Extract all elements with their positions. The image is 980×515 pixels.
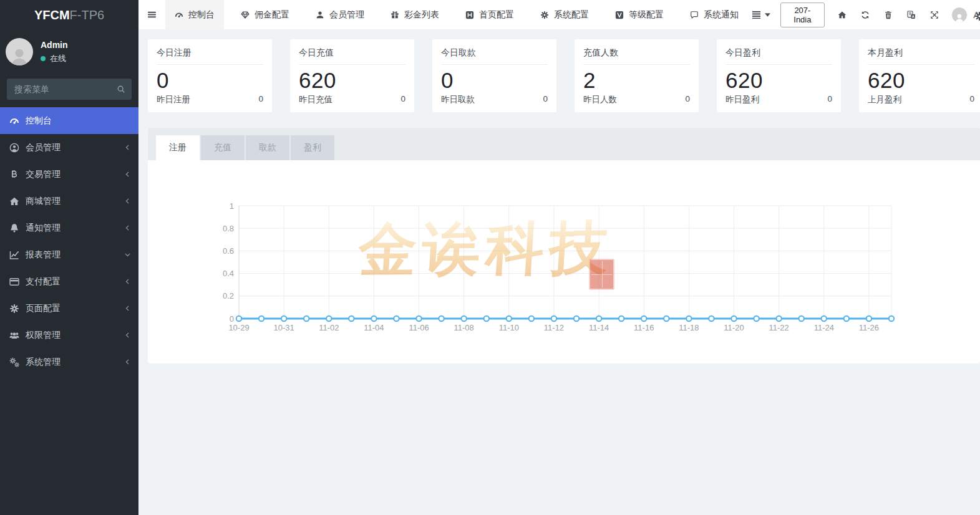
svg-text:0.8: 0.8 — [223, 224, 234, 233]
svg-text:11-22: 11-22 — [769, 323, 789, 332]
nav-item-system-notice[interactable]: 系统通知 — [681, 0, 748, 29]
stat-sub-value: 0 — [685, 94, 690, 105]
stat-sub-label: 昨日人数 — [583, 94, 617, 105]
stat-card-today-deposit: 今日充值 620 昨日充值0 — [290, 39, 414, 112]
svg-text:11-08: 11-08 — [454, 323, 474, 332]
trash-icon — [884, 11, 893, 19]
user-icon — [316, 11, 324, 19]
sidebar-item-transactions[interactable]: 交易管理 — [0, 161, 138, 188]
sidebar-search — [7, 79, 132, 100]
svg-text:0.2: 0.2 — [223, 291, 234, 301]
stat-value: 2 — [575, 65, 699, 93]
chevron-left-icon — [124, 358, 132, 366]
sidebar-item-permissions[interactable]: 权限管理 — [0, 322, 138, 349]
nav-item-bonus-list[interactable]: 彩金列表 — [381, 0, 449, 29]
svg-text:11-06: 11-06 — [409, 323, 429, 332]
h-square-icon — [465, 11, 474, 19]
sidebar-item-reports[interactable]: 报表管理 — [0, 241, 138, 268]
stat-card-today-register: 今日注册 0 昨日注册0 — [148, 39, 272, 112]
nav-item-label: 会员管理 — [329, 9, 364, 21]
credit-card-icon — [9, 277, 19, 287]
home-button[interactable] — [831, 11, 854, 19]
brand-logo-bold: YFCM — [34, 8, 70, 22]
refresh-button[interactable] — [854, 11, 877, 19]
nav-item-label: 彩金列表 — [404, 9, 439, 21]
stat-title: 充值人数 — [575, 39, 699, 64]
sidebar-item-notifications[interactable]: 通知管理 — [0, 214, 138, 241]
main-content: 今日注册 0 昨日注册0 今日充值 620 昨日充值0 今日取款 0 昨日取款0… — [138, 29, 980, 515]
caret-down-icon — [765, 13, 770, 17]
gears-icon — [9, 357, 19, 367]
stat-sub-value: 0 — [400, 94, 405, 105]
tachometer-icon — [175, 11, 183, 19]
sidebar-item-page-config[interactable]: 页面配置 — [0, 295, 138, 322]
hamburger-icon — [147, 10, 157, 19]
sidebar-item-label: 控制台 — [26, 115, 52, 127]
sidebar-item-payment-config[interactable]: 支付配置 — [0, 268, 138, 295]
sidebar-user-name: Admin — [41, 40, 68, 50]
search-input[interactable] — [7, 79, 132, 100]
sidebar-item-members[interactable]: 会员管理 — [0, 134, 138, 161]
skin-settings-button[interactable] — [974, 10, 980, 21]
sidebar: YFCMF-TP6 Admin 在线 控制台 会员管理 交易管理 商城管理 通知… — [0, 0, 138, 515]
nav-item-dashboard[interactable]: 控制台 — [165, 0, 224, 29]
users-icon — [9, 330, 19, 340]
refresh-icon — [861, 11, 870, 19]
nav-item-members[interactable]: 会员管理 — [306, 0, 374, 29]
sidebar-toggle-button[interactable] — [138, 0, 165, 29]
tachometer-icon — [9, 116, 19, 126]
gear-icon — [540, 11, 549, 19]
stat-card-deposit-users: 充值人数 2 昨日人数0 — [575, 39, 699, 112]
sidebar-item-mall[interactable]: 商城管理 — [0, 188, 138, 214]
home-icon — [9, 196, 19, 206]
chart-line-icon — [9, 250, 19, 260]
chart-card: 注册 充值 取款 盈利 00.20.40.60.8110-2910-3111-0… — [148, 128, 980, 363]
svg-text:0.4: 0.4 — [223, 269, 234, 278]
nav-item-label: 首页配置 — [479, 9, 514, 21]
chevron-left-icon — [124, 170, 132, 178]
stat-sub-value: 0 — [969, 94, 974, 105]
sidebar-item-label: 权限管理 — [26, 330, 61, 341]
brand-logo: YFCMF-TP6 — [0, 0, 138, 30]
stat-value: 620 — [717, 65, 841, 93]
stat-title: 今日注册 — [148, 39, 272, 64]
sidebar-item-label: 通知管理 — [26, 223, 61, 234]
stat-sub-value: 0 — [543, 94, 548, 105]
svg-text:11-20: 11-20 — [724, 323, 744, 332]
bell-icon — [9, 223, 19, 233]
svg-text:11-18: 11-18 — [679, 323, 699, 332]
nav-item-system-config[interactable]: 系统配置 — [531, 0, 598, 29]
translate-icon — [907, 11, 916, 19]
stat-sub-label: 上月盈利 — [868, 94, 901, 105]
avatar — [6, 38, 33, 65]
stat-value: 0 — [432, 65, 556, 93]
sidebar-item-dashboard[interactable]: 控制台 — [0, 107, 138, 134]
site-selector-button[interactable]: 207-India — [780, 2, 825, 27]
stat-card-month-profit: 本月盈利 620 上月盈利0 — [859, 39, 980, 112]
translate-button[interactable] — [900, 11, 923, 19]
stat-title: 本月盈利 — [859, 39, 980, 64]
sidebar-menu: 控制台 会员管理 交易管理 商城管理 通知管理 报表管理 支付配置 页面配置 权… — [0, 107, 138, 375]
chevron-left-icon — [124, 304, 132, 312]
avatar — [952, 7, 967, 22]
stat-sub-label: 昨日注册 — [157, 94, 190, 105]
menu-list-dropdown[interactable] — [752, 10, 770, 19]
online-label: 在线 — [50, 53, 66, 64]
person-icon — [8, 46, 31, 65]
fullscreen-button[interactable] — [923, 11, 946, 19]
stat-value: 620 — [290, 65, 414, 93]
nav-item-homepage-config[interactable]: 首页配置 — [456, 0, 523, 29]
expand-arrows-icon — [930, 11, 939, 19]
stat-cards-row: 今日注册 0 昨日注册0 今日充值 620 昨日充值0 今日取款 0 昨日取款0… — [148, 39, 980, 112]
nav-item-commission-config[interactable]: 佣金配置 — [231, 0, 299, 29]
sidebar-item-label: 系统管理 — [26, 357, 61, 368]
sidebar-item-label: 会员管理 — [26, 142, 61, 153]
nav-item-level-config[interactable]: 等级配置 — [606, 0, 673, 29]
sidebar-item-system[interactable]: 系统管理 — [0, 349, 138, 375]
stat-title: 今日盈利 — [717, 39, 841, 64]
nav-item-label: 佣金配置 — [255, 9, 289, 21]
search-icon[interactable] — [117, 85, 125, 94]
chevron-left-icon — [124, 224, 132, 232]
clear-button[interactable] — [877, 11, 900, 19]
sidebar-item-label: 报表管理 — [26, 249, 61, 261]
